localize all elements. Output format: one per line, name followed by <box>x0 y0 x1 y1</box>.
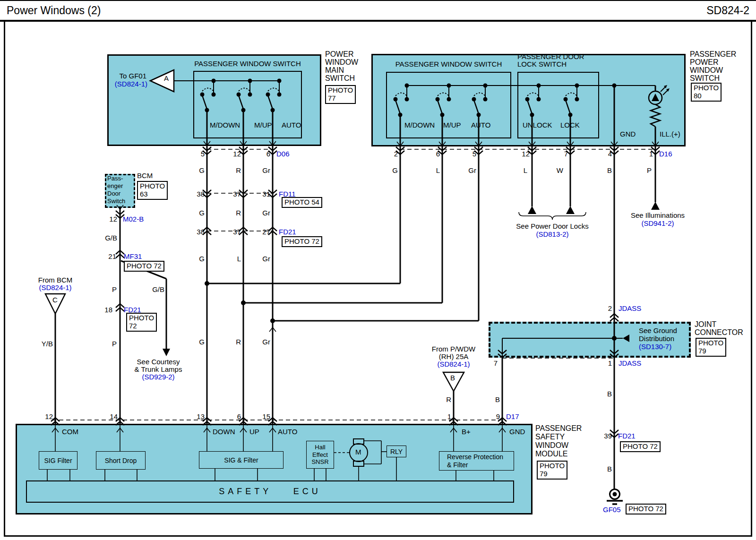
short-drop-label: Short Drop <box>105 457 137 464</box>
photo-72-gf05-box: PHOTO 72 <box>626 504 666 514</box>
ground-dist-line2: Distribution <box>639 335 674 343</box>
wire-yb: Y/B <box>42 340 53 348</box>
from-bcm-label: From BCM <box>27 276 84 284</box>
pass-auto-label: AUTO <box>471 121 490 129</box>
ground-symbol-gf05 <box>607 489 623 505</box>
photo-77-box: PHOTO 77 <box>325 85 356 104</box>
photo-77-line2: 77 <box>328 94 353 103</box>
port-com: COM <box>62 428 78 436</box>
joint-side-2: CONNECTOR <box>695 329 743 337</box>
photo-80-line2: 80 <box>694 92 719 100</box>
photo-72-fd21-18-line1: PHOTO <box>129 314 154 322</box>
connector-d17[interactable]: D17 <box>506 413 519 420</box>
photo-72-mid-label: PHOTO 72 <box>284 238 319 246</box>
bcm-box-line2: enger <box>107 183 123 189</box>
pin-fd21-37: 37 <box>233 228 241 236</box>
pass-side-2: POWER <box>690 59 718 67</box>
photo-72-mf31-box: PHOTO 72 <box>124 261 164 272</box>
pin-d16-4: 4 <box>608 150 612 158</box>
pin-d16-12: 12 <box>522 150 530 158</box>
bcm-label: BCM <box>137 172 153 180</box>
pin-mod-15: 15 <box>262 413 270 420</box>
pin-jdass-1: 1 <box>608 360 612 367</box>
wire-pass-l2: L <box>524 167 527 174</box>
motor-label: M <box>355 448 361 456</box>
safety-ecu-label: SAFETY ECU <box>219 487 321 497</box>
lock-title-2: LOCK SWITCH <box>517 60 567 68</box>
pin-fd21-18: 18 <box>104 306 112 314</box>
see-illuminations-ref[interactable]: (SD941-2) <box>620 220 696 227</box>
port-auto: AUTO <box>278 428 297 436</box>
connector-d06[interactable]: D06 <box>276 150 290 158</box>
reverse-line2: & Filter <box>447 461 468 469</box>
from-bcm-ref[interactable]: (SD824-1) <box>27 284 84 291</box>
ground-dist-line1: See Ground <box>639 327 677 334</box>
photo-79-joint-box: PHOTO 79 <box>696 338 726 357</box>
wire-gb-branch: G/B <box>152 286 164 293</box>
photo-72-fd21-39-box: PHOTO 72 <box>620 441 661 452</box>
frame-right <box>751 21 752 537</box>
rly-block: RLY <box>387 446 406 457</box>
door-locks-brace <box>519 212 586 220</box>
pass-side-4: SWITCH <box>690 75 720 83</box>
pin-fd11-31: 31 <box>262 190 270 198</box>
photo-80-box: PHOTO 80 <box>691 83 722 102</box>
connector-jdass-bottom[interactable]: JDASS <box>619 360 641 367</box>
see-illuminations-label: See Illuminations <box>620 212 696 219</box>
lock-title-1: PASSENGER DOOR <box>517 53 584 60</box>
photo-72-mf31-label: PHOTO 72 <box>127 262 162 270</box>
port-gnd: GND <box>509 428 525 436</box>
reverse-protection-block: Reverse Protection & Filter <box>439 451 514 471</box>
wire-p-1: P <box>112 286 117 293</box>
see-door-locks-ref[interactable]: (SD813-2) <box>515 231 590 238</box>
to-gf01-ref[interactable]: (SD824-1) <box>115 80 147 88</box>
short-drop-block: Short Drop <box>96 451 146 470</box>
sig-filter-label: SIG Filter <box>44 457 72 464</box>
pin-mod-14: 14 <box>110 413 118 420</box>
photo-54-label: PHOTO 54 <box>284 198 319 206</box>
photo-80-line1: PHOTO <box>694 84 719 92</box>
pass-side-1: PASSENGER <box>690 51 736 59</box>
pin-mod-6: 6 <box>237 413 241 420</box>
terminal-arrow-lock <box>566 206 575 214</box>
connector-mf31[interactable]: MF31 <box>124 253 142 260</box>
connector-jdass-top[interactable]: JDASS <box>619 305 641 312</box>
module-side-2: SAFETY <box>535 433 565 441</box>
main-side-3: MAIN <box>325 67 344 75</box>
triangle-c-label: C <box>52 296 58 304</box>
pwdw-ref[interactable]: (SD824-1) <box>416 360 491 368</box>
connector-fd21[interactable]: FD21 <box>279 228 296 236</box>
wire-gr-3: Gr <box>262 255 270 263</box>
ground-gf05-label[interactable]: GF05 <box>603 506 621 514</box>
connector-d16[interactable]: D16 <box>659 150 672 158</box>
to-gf01-label: To GF01 <box>119 72 146 80</box>
pin-d06-5: 5 <box>201 150 205 158</box>
pin-d16-7: 7 <box>564 150 568 158</box>
frame-left <box>4 21 5 537</box>
ground-dist-ref[interactable]: (SD130-7) <box>639 343 671 351</box>
connector-m02b[interactable]: M02-B <box>123 215 144 223</box>
wire-gb-1: G/B <box>105 234 117 242</box>
main-side-1: POWER <box>325 51 353 59</box>
terminal-arrow-unlock <box>528 206 536 214</box>
pin-d16-2: 2 <box>394 150 398 158</box>
wiring-diagram-page: Power Windows (2) SD824-2 SIG Filter Sho… <box>0 0 756 540</box>
page-title: Power Windows (2) <box>7 4 101 17</box>
pin-fd21-27: 27 <box>262 228 270 236</box>
wire-pass-g: G <box>392 167 398 174</box>
wire-r-4: R <box>236 338 241 346</box>
main-mdown-label: M/DOWN <box>210 121 240 129</box>
connector-fd21-39[interactable]: FD21 <box>618 432 636 440</box>
wire-p-2: P <box>112 340 117 348</box>
see-door-locks-label: See Power Door Locks <box>515 223 590 230</box>
pin-d06-6: 6 <box>266 150 270 158</box>
photo-72-fd21-18-box: PHOTO 72 <box>126 313 157 332</box>
bcm-box-line4: Switch <box>107 198 125 205</box>
courtesy-ref[interactable]: (SD929-2) <box>128 373 189 381</box>
pin-jdass-7: 7 <box>494 360 498 367</box>
photo-79-module-line2: 79 <box>540 470 565 478</box>
bcm-box-line1: Pass- <box>107 175 123 182</box>
wire-gr-2: Gr <box>262 209 270 217</box>
rly-label: RLY <box>390 448 403 455</box>
joint-side-1: JOINT <box>695 321 716 329</box>
